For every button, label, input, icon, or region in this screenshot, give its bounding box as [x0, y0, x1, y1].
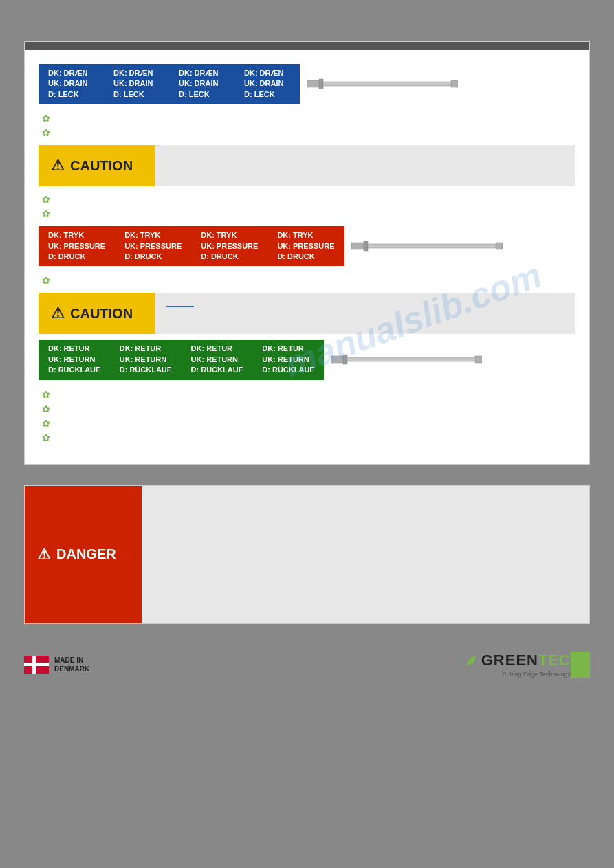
caution-badge-2: ⚠ CAUTION: [39, 293, 155, 334]
bullet-icon: ✿: [42, 194, 50, 205]
pressure-label-4: DK: TRYK UK: PRESSURE D: DRUCK: [267, 226, 344, 266]
svg-rect-4: [351, 243, 364, 249]
underline-decoration: [166, 306, 194, 307]
bullet-icon: ✿: [42, 113, 50, 124]
svg-rect-7: [496, 243, 503, 249]
return-pipe: [331, 349, 575, 370]
bullet-icon: ✿: [42, 208, 50, 219]
pressure-pipe: [351, 236, 576, 256]
danger-label: DANGER: [56, 546, 116, 562]
drain-label-3: DK: DRÆN UK: DRAIN D: LECK: [169, 64, 234, 104]
return-label-3: DK: RETUR UK: RETURN D: RÜCKLAUF: [182, 340, 253, 379]
greentec-logo: GREENTEC Cutting Edge Technology: [463, 652, 571, 678]
greentec-green-accent: [571, 652, 590, 678]
svg-rect-0: [307, 80, 319, 87]
svg-rect-2: [323, 82, 458, 86]
caution-badge-1: ⚠ CAUTION: [39, 145, 155, 186]
bullet-item: ✿: [42, 208, 575, 219]
bullet-item: ✿: [42, 403, 575, 414]
greentec-name-row: GREENTEC: [463, 652, 571, 669]
bullet-item: ✿: [42, 193, 575, 205]
danger-triangle-icon: ⚠: [37, 546, 51, 564]
svg-rect-1: [319, 79, 323, 89]
bullet-icon: ✿: [42, 418, 50, 429]
bullet-item: ✿: [42, 112, 575, 124]
drain-label-2: DK: DRÆN UK: DRAIN D: LECK: [104, 64, 169, 104]
brand-dark: GREEN: [481, 652, 538, 669]
bullet-item: ✿: [42, 126, 575, 138]
greentec-logo-area: GREENTEC Cutting Edge Technology: [463, 652, 590, 678]
return-label-2: DK: RETUR UK: RETURN D: RÜCKLAUF: [110, 340, 182, 379]
pressure-label-2: DK: TRYK UK: PRESSURE D: DRUCK: [115, 226, 191, 266]
warning-triangle-icon-2: ⚠: [51, 304, 65, 322]
caution-label-2: CAUTION: [70, 306, 133, 322]
drain-connector-row: DK: DRÆN UK: DRAIN D: LECK DK: DRÆN UK: …: [39, 64, 575, 104]
bullet-icon: ✿: [42, 127, 50, 138]
svg-rect-10: [347, 357, 482, 361]
caution-row-2: ⚠ CAUTION: [39, 293, 575, 334]
brand-green: TEC: [538, 652, 571, 669]
caution-text-box-1: [155, 145, 575, 186]
bullet-item: ✿: [42, 417, 575, 429]
bullet-icon: ✿: [42, 389, 50, 400]
bullet-section-2: ✿ ✿: [39, 193, 575, 219]
drain-label-4: DK: DRÆN UK: DRAIN D: LECK: [234, 64, 300, 104]
main-content-box: DK: DRÆN UK: DRAIN D: LECK DK: DRÆN UK: …: [24, 41, 590, 465]
warning-triangle-icon: ⚠: [51, 157, 65, 175]
caution-label-1: CAUTION: [70, 158, 133, 174]
bullet-icon: ✿: [42, 275, 50, 286]
return-label-1: DK: RETUR UK: RETURN D: RÜCKLAUF: [39, 340, 110, 379]
pressure-labels: DK: TRYK UK: PRESSURE D: DRUCK DK: TRYK …: [39, 226, 344, 266]
danger-badge: ⚠ DANGER: [25, 486, 142, 623]
bullet-item: ✿: [42, 432, 575, 443]
danger-section: ⚠ DANGER: [24, 485, 590, 624]
danger-text-box: [142, 486, 589, 623]
greentec-brand-name: GREENTEC: [481, 652, 571, 669]
svg-rect-6: [368, 244, 503, 248]
return-connector-row: DK: RETUR UK: RETURN D: RÜCKLAUF DK: RET…: [39, 340, 575, 379]
drain-pipe: [307, 74, 575, 94]
drain-label-1: DK: DRÆN UK: DRAIN D: LECK: [39, 64, 104, 104]
drain-labels: DK: DRÆN UK: DRAIN D: LECK DK: DRÆN UK: …: [39, 64, 300, 104]
svg-rect-14: [24, 663, 49, 666]
pressure-label-1: DK: TRYK UK: PRESSURE D: DRUCK: [39, 226, 115, 266]
greentec-leaf-icon: [463, 653, 479, 668]
footer: MADE IN DENMARK GREENTEC Cutting Edge Te…: [24, 645, 590, 685]
denmark-flag-icon: [24, 656, 49, 674]
svg-rect-11: [475, 356, 482, 363]
caution-row-1: ⚠ CAUTION: [39, 145, 575, 186]
header-bar: [25, 42, 589, 50]
bullet-section-3: ✿: [39, 274, 575, 286]
bullet-section-1: ✿ ✿: [39, 112, 575, 138]
greentec-tagline: Cutting Edge Technology: [502, 671, 571, 678]
svg-rect-9: [343, 355, 347, 364]
bullet-section-4: ✿ ✿ ✿ ✿: [39, 388, 575, 443]
caution-text-box-2: [155, 293, 575, 334]
pressure-connector-row: DK: TRYK UK: PRESSURE D: DRUCK DK: TRYK …: [39, 226, 575, 266]
bullet-icon: ✿: [42, 432, 50, 443]
svg-rect-8: [331, 356, 343, 363]
bullet-item: ✿: [42, 388, 575, 400]
bullet-item: ✿: [42, 274, 575, 286]
svg-rect-3: [451, 80, 458, 87]
return-label-4: DK: RETUR UK: RETURN D: RÜCKLAUF: [252, 340, 324, 379]
return-labels: DK: RETUR UK: RETURN D: RÜCKLAUF DK: RET…: [39, 340, 324, 379]
made-in-text: MADE IN DENMARK: [54, 656, 89, 674]
svg-rect-5: [364, 241, 368, 251]
made-in-denmark: MADE IN DENMARK: [24, 656, 89, 674]
bullet-icon: ✿: [42, 403, 50, 414]
pressure-label-3: DK: TRYK UK: PRESSURE D: DRUCK: [191, 226, 267, 266]
